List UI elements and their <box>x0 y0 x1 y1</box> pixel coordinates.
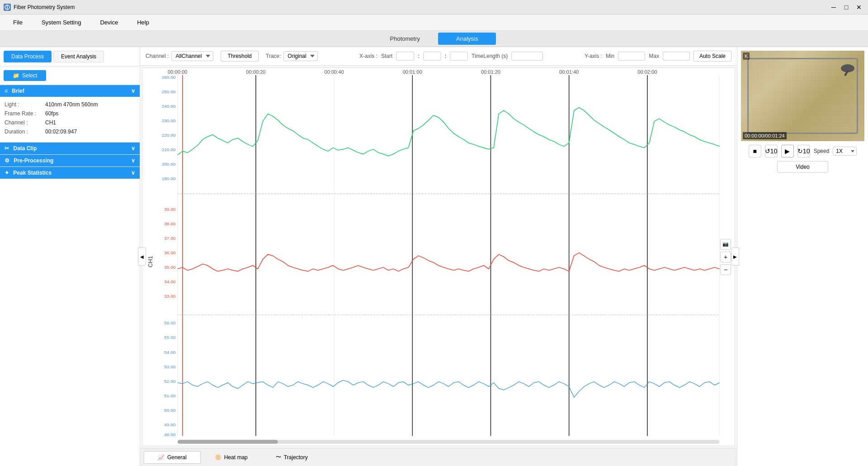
video-button[interactable]: Video <box>777 161 828 173</box>
data-clip-chevron-icon: ∨ <box>131 145 135 152</box>
svg-text:260.00: 260.00 <box>162 75 176 80</box>
start-min-input[interactable]: 00 <box>423 52 441 61</box>
bottom-tab-heatmap[interactable]: 🔆 Heat map <box>201 451 262 464</box>
accordion-peak-statistics-header[interactable]: ✦ Peak Statistics ∨ <box>0 167 140 179</box>
svg-text:00:02:00: 00:02:00 <box>637 69 657 75</box>
svg-text:49.00: 49.00 <box>164 422 176 427</box>
zoom-out-button[interactable]: − <box>720 264 731 275</box>
svg-rect-3 <box>178 68 725 446</box>
menu-system-setting[interactable]: System Setting <box>32 17 90 28</box>
svg-text:220.00: 220.00 <box>162 133 176 138</box>
select-button[interactable]: 📁 Select <box>4 70 46 81</box>
menu-file[interactable]: File <box>4 17 32 28</box>
bottom-tab-general[interactable]: 📈 General <box>144 451 201 464</box>
svg-text:38.00: 38.00 <box>164 221 176 226</box>
tab-analysis[interactable]: Analysis <box>438 33 496 45</box>
svg-text:250.00: 250.00 <box>162 89 176 94</box>
screenshot-button[interactable]: 📷 <box>720 239 731 250</box>
trace-label: Trace: <box>266 53 281 59</box>
pre-processing-icon: ⚙ <box>5 157 9 164</box>
brief-duration-row: Duration : 00:02:09.947 <box>5 128 135 135</box>
chart-controls: Channel : AllChannel CH1 CH2 Threshold T… <box>140 47 737 66</box>
video-btn-row: Video <box>741 161 864 173</box>
ymax-input[interactable]: 100 <box>663 52 690 61</box>
chart-svg: 00:00:00 00:00:20 00:00:40 00:01:00 00:0… <box>142 68 735 446</box>
tab-event-analysis[interactable]: Event Analysis <box>53 51 104 62</box>
tab-data-process[interactable]: Data Process <box>4 51 52 62</box>
accordion-data-clip-header[interactable]: ✂ Data Clip ∨ <box>0 143 140 154</box>
auto-scale-button[interactable]: Auto Scale <box>693 51 731 62</box>
svg-text:200.00: 200.00 <box>162 162 176 166</box>
accordion-brief-header[interactable]: ≡ Brief ∨ <box>0 85 140 97</box>
svg-text:00:01:00: 00:01:00 <box>403 69 422 75</box>
stop-button[interactable]: ■ <box>749 145 761 157</box>
heatmap-icon: 🔆 <box>215 454 222 461</box>
accordion-pre-processing-header[interactable]: ⚙ Pre-Processing ∨ <box>0 155 140 166</box>
peak-statistics-chevron-icon: ∨ <box>131 170 135 176</box>
accordion-brief: ≡ Brief ∨ Light : 410nm 470nm 560nm Fram… <box>0 85 140 142</box>
maximize-button[interactable]: □ <box>841 2 852 13</box>
channel-select[interactable]: AllChannel CH1 CH2 <box>171 51 213 61</box>
close-button[interactable]: ✕ <box>854 2 864 13</box>
svg-text:53.00: 53.00 <box>164 364 176 369</box>
brief-channel-row: Channel : CH1 <box>5 119 135 126</box>
start-hour-input[interactable]: 00 <box>396 52 414 61</box>
threshold-button[interactable]: Threshold <box>221 51 258 62</box>
svg-text:190.00: 190.00 <box>162 176 176 181</box>
start-sec-input[interactable]: 00 <box>450 52 468 61</box>
data-clip-icon: ✂ <box>5 145 9 152</box>
start-label: Start <box>381 53 392 59</box>
svg-text:39.00: 39.00 <box>164 207 176 212</box>
svg-text:54.00: 54.00 <box>164 350 176 355</box>
trace-control: Trace: Original dF/F Z-score <box>266 51 318 61</box>
ymin-input[interactable]: -100 <box>618 52 645 61</box>
svg-text:35.00: 35.00 <box>164 265 176 270</box>
svg-text:55.00: 55.00 <box>164 335 176 340</box>
svg-rect-53 <box>178 440 278 444</box>
svg-text:210.00: 210.00 <box>162 147 176 152</box>
svg-text:00:00:00: 00:00:00 <box>168 69 187 75</box>
rewind-button[interactable]: ↺10 <box>765 145 778 157</box>
svg-text:CH1: CH1 <box>147 256 154 267</box>
video-frame: K 00:00:00/00:01:24 <box>741 51 864 141</box>
timelength-input[interactable]: 129.948 <box>511 52 543 61</box>
svg-text:34.00: 34.00 <box>164 280 176 285</box>
svg-text:50.00: 50.00 <box>164 408 176 413</box>
svg-text:00:00:40: 00:00:40 <box>324 69 344 75</box>
play-button[interactable]: ▶ <box>781 145 794 157</box>
tab-photometry[interactable]: Photometry <box>372 33 438 45</box>
zoom-in-button[interactable]: + <box>720 252 731 262</box>
svg-text:00:01:20: 00:01:20 <box>481 69 500 75</box>
channel-label: Channel : <box>146 53 169 59</box>
svg-text:00:01:40: 00:01:40 <box>559 69 579 75</box>
menu-device[interactable]: Device <box>90 17 127 28</box>
yaxis-controls: Y-axis : Min -100 Max 100 Auto Scale <box>585 51 731 62</box>
app-icon <box>4 4 11 11</box>
general-icon: 📈 <box>158 454 165 461</box>
chart-wrapper: 00:00:00 00:00:20 00:00:40 00:01:00 00:0… <box>142 67 735 446</box>
minimize-button[interactable]: ─ <box>828 2 839 13</box>
title-bar: Fiber Photometry System ─ □ ✕ <box>0 0 868 14</box>
svg-text:48.00: 48.00 <box>164 432 176 437</box>
video-controls: ■ ↺10 ▶ ↻10 Speed 0.5X 1X 2X 4X <box>741 145 864 157</box>
menu-help[interactable]: Help <box>127 17 159 28</box>
center-area: Channel : AllChannel CH1 CH2 Threshold T… <box>140 47 737 466</box>
bottom-tab-trajectory[interactable]: 〜 Trajectory <box>262 450 322 464</box>
zoom-controls: 📷 + − <box>720 239 731 275</box>
collapse-left-button[interactable]: ◀ <box>138 247 146 266</box>
speed-select[interactable]: 0.5X 1X 2X 4X <box>833 147 857 156</box>
ymin-label: Min <box>606 53 614 59</box>
forward-button[interactable]: ↻10 <box>797 145 810 157</box>
svg-text:51.00: 51.00 <box>164 393 176 398</box>
folder-icon: 📁 <box>13 72 19 79</box>
svg-text:36.00: 36.00 <box>164 250 176 255</box>
app-title: Fiber Photometry System <box>14 4 828 10</box>
yaxis-label: Y-axis : <box>585 53 602 59</box>
brief-icon: ≡ <box>5 88 8 94</box>
expand-right-button[interactable]: ▶ <box>731 247 739 266</box>
timelength-label: TimeLength (s) <box>472 53 508 59</box>
trace-select[interactable]: Original dF/F Z-score <box>283 51 318 61</box>
brief-content: Light : 410nm 470nm 560nm Frame Rate : 6… <box>0 97 140 142</box>
ymax-label: Max <box>649 53 659 59</box>
right-panel: K 00:00:00/00:01:24 ■ ↺10 ▶ ↻10 Speed 0.… <box>737 47 868 466</box>
